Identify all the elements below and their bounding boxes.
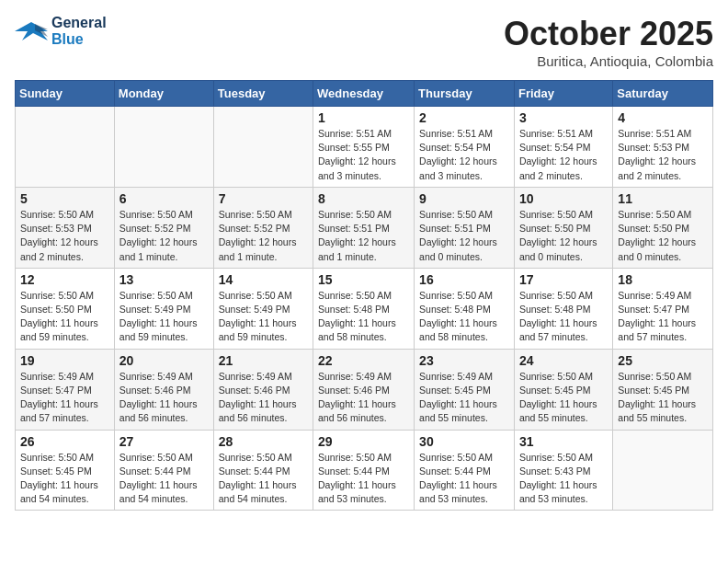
day-number: 9: [419, 191, 509, 206]
day-info: Sunrise: 5:51 AM Sunset: 5:54 PM Dayligh…: [519, 127, 608, 183]
weekday-header: Tuesday: [213, 81, 313, 107]
day-info: Sunrise: 5:50 AM Sunset: 5:44 PM Dayligh…: [219, 451, 308, 507]
weekday-row: SundayMondayTuesdayWednesdayThursdayFrid…: [16, 81, 713, 107]
day-info: Sunrise: 5:49 AM Sunset: 5:45 PM Dayligh…: [419, 370, 509, 426]
calendar-cell: 15Sunrise: 5:50 AM Sunset: 5:48 PM Dayli…: [313, 268, 415, 349]
day-number: 22: [318, 353, 409, 368]
calendar-week-row: 1Sunrise: 5:51 AM Sunset: 5:55 PM Daylig…: [16, 107, 713, 188]
day-info: Sunrise: 5:49 AM Sunset: 5:47 PM Dayligh…: [618, 289, 708, 345]
calendar-cell: [213, 107, 313, 188]
calendar-cell: [16, 107, 115, 188]
day-info: Sunrise: 5:50 AM Sunset: 5:53 PM Dayligh…: [20, 208, 109, 264]
calendar-cell: 16Sunrise: 5:50 AM Sunset: 5:48 PM Dayli…: [415, 268, 515, 349]
day-number: 10: [519, 191, 608, 206]
calendar-header: SundayMondayTuesdayWednesdayThursdayFrid…: [16, 81, 713, 107]
day-info: Sunrise: 5:50 AM Sunset: 5:45 PM Dayligh…: [618, 370, 708, 426]
calendar-cell: 3Sunrise: 5:51 AM Sunset: 5:54 PM Daylig…: [514, 107, 612, 188]
day-number: 23: [419, 353, 509, 368]
calendar-cell: 5Sunrise: 5:50 AM Sunset: 5:53 PM Daylig…: [16, 187, 115, 268]
day-info: Sunrise: 5:50 AM Sunset: 5:48 PM Dayligh…: [519, 289, 608, 345]
calendar-week-row: 5Sunrise: 5:50 AM Sunset: 5:53 PM Daylig…: [16, 187, 713, 268]
calendar-cell: 18Sunrise: 5:49 AM Sunset: 5:47 PM Dayli…: [613, 268, 713, 349]
calendar-cell: 2Sunrise: 5:51 AM Sunset: 5:54 PM Daylig…: [415, 107, 515, 188]
month-title: October 2025: [504, 15, 713, 53]
day-info: Sunrise: 5:50 AM Sunset: 5:45 PM Dayligh…: [519, 370, 608, 426]
calendar-cell: 8Sunrise: 5:50 AM Sunset: 5:51 PM Daylig…: [313, 187, 415, 268]
calendar-cell: 7Sunrise: 5:50 AM Sunset: 5:52 PM Daylig…: [213, 187, 313, 268]
calendar-cell: 29Sunrise: 5:50 AM Sunset: 5:44 PM Dayli…: [313, 430, 415, 511]
calendar-cell: 9Sunrise: 5:50 AM Sunset: 5:51 PM Daylig…: [415, 187, 515, 268]
calendar-cell: 31Sunrise: 5:50 AM Sunset: 5:43 PM Dayli…: [514, 430, 612, 511]
day-info: Sunrise: 5:49 AM Sunset: 5:47 PM Dayligh…: [20, 370, 109, 426]
day-number: 5: [20, 191, 109, 206]
calendar-cell: 22Sunrise: 5:49 AM Sunset: 5:46 PM Dayli…: [313, 349, 415, 430]
day-info: Sunrise: 5:50 AM Sunset: 5:44 PM Dayligh…: [318, 451, 409, 507]
weekday-header: Friday: [514, 81, 612, 107]
day-number: 20: [119, 353, 209, 368]
calendar-cell: 30Sunrise: 5:50 AM Sunset: 5:44 PM Dayli…: [415, 430, 515, 511]
day-number: 19: [20, 353, 109, 368]
calendar-week-row: 19Sunrise: 5:49 AM Sunset: 5:47 PM Dayli…: [16, 349, 713, 430]
day-info: Sunrise: 5:51 AM Sunset: 5:53 PM Dayligh…: [618, 127, 708, 183]
day-info: Sunrise: 5:50 AM Sunset: 5:45 PM Dayligh…: [20, 451, 109, 507]
day-number: 13: [119, 272, 209, 287]
day-number: 29: [318, 434, 409, 449]
day-number: 31: [519, 434, 608, 449]
day-number: 27: [119, 434, 209, 449]
day-number: 21: [219, 353, 308, 368]
calendar-cell: 23Sunrise: 5:49 AM Sunset: 5:45 PM Dayli…: [415, 349, 515, 430]
day-info: Sunrise: 5:50 AM Sunset: 5:51 PM Dayligh…: [419, 208, 509, 264]
day-number: 6: [119, 191, 209, 206]
day-info: Sunrise: 5:50 AM Sunset: 5:48 PM Dayligh…: [318, 289, 409, 345]
logo-blue-text: Blue: [51, 31, 107, 48]
calendar-cell: 26Sunrise: 5:50 AM Sunset: 5:45 PM Dayli…: [16, 430, 115, 511]
day-number: 24: [519, 353, 608, 368]
day-info: Sunrise: 5:50 AM Sunset: 5:48 PM Dayligh…: [419, 289, 509, 345]
calendar-cell: 11Sunrise: 5:50 AM Sunset: 5:50 PM Dayli…: [613, 187, 713, 268]
day-info: Sunrise: 5:50 AM Sunset: 5:44 PM Dayligh…: [419, 451, 509, 507]
calendar-cell: 14Sunrise: 5:50 AM Sunset: 5:49 PM Dayli…: [213, 268, 313, 349]
day-number: 28: [219, 434, 308, 449]
day-info: Sunrise: 5:51 AM Sunset: 5:54 PM Dayligh…: [419, 127, 509, 183]
day-number: 26: [20, 434, 109, 449]
weekday-header: Thursday: [415, 81, 515, 107]
calendar-cell: 10Sunrise: 5:50 AM Sunset: 5:50 PM Dayli…: [514, 187, 612, 268]
calendar-cell: 6Sunrise: 5:50 AM Sunset: 5:52 PM Daylig…: [114, 187, 213, 268]
calendar-cell: 1Sunrise: 5:51 AM Sunset: 5:55 PM Daylig…: [313, 107, 415, 188]
calendar-cell: 21Sunrise: 5:49 AM Sunset: 5:46 PM Dayli…: [213, 349, 313, 430]
day-number: 8: [318, 191, 409, 206]
day-info: Sunrise: 5:50 AM Sunset: 5:52 PM Dayligh…: [219, 208, 308, 264]
day-info: Sunrise: 5:50 AM Sunset: 5:51 PM Dayligh…: [318, 208, 409, 264]
day-info: Sunrise: 5:50 AM Sunset: 5:44 PM Dayligh…: [119, 451, 209, 507]
day-info: Sunrise: 5:49 AM Sunset: 5:46 PM Dayligh…: [318, 370, 409, 426]
day-number: 16: [419, 272, 509, 287]
calendar-cell: 20Sunrise: 5:49 AM Sunset: 5:46 PM Dayli…: [114, 349, 213, 430]
weekday-header: Saturday: [613, 81, 713, 107]
header: General Blue October 2025 Buritica, Anti…: [15, 15, 713, 69]
day-number: 25: [618, 353, 708, 368]
calendar-week-row: 12Sunrise: 5:50 AM Sunset: 5:50 PM Dayli…: [16, 268, 713, 349]
day-number: 7: [219, 191, 308, 206]
day-info: Sunrise: 5:50 AM Sunset: 5:49 PM Dayligh…: [219, 289, 308, 345]
logo-icon: [15, 18, 48, 44]
day-number: 30: [419, 434, 509, 449]
calendar-table: SundayMondayTuesdayWednesdayThursdayFrid…: [15, 80, 713, 511]
day-info: Sunrise: 5:50 AM Sunset: 5:50 PM Dayligh…: [20, 289, 109, 345]
day-number: 14: [219, 272, 308, 287]
day-number: 11: [618, 191, 708, 206]
day-info: Sunrise: 5:50 AM Sunset: 5:43 PM Dayligh…: [519, 451, 608, 507]
calendar-cell: 24Sunrise: 5:50 AM Sunset: 5:45 PM Dayli…: [514, 349, 612, 430]
day-info: Sunrise: 5:50 AM Sunset: 5:52 PM Dayligh…: [119, 208, 209, 264]
day-info: Sunrise: 5:49 AM Sunset: 5:46 PM Dayligh…: [119, 370, 209, 426]
location: Buritica, Antioquia, Colombia: [504, 53, 713, 69]
logo-general-text: General: [51, 15, 107, 31]
day-info: Sunrise: 5:50 AM Sunset: 5:49 PM Dayligh…: [119, 289, 209, 345]
calendar-cell: 25Sunrise: 5:50 AM Sunset: 5:45 PM Dayli…: [613, 349, 713, 430]
day-number: 4: [618, 110, 708, 125]
day-number: 17: [519, 272, 608, 287]
calendar-cell: 27Sunrise: 5:50 AM Sunset: 5:44 PM Dayli…: [114, 430, 213, 511]
day-info: Sunrise: 5:50 AM Sunset: 5:50 PM Dayligh…: [618, 208, 708, 264]
logo: General Blue: [15, 15, 107, 47]
day-number: 18: [618, 272, 708, 287]
calendar-cell: 17Sunrise: 5:50 AM Sunset: 5:48 PM Dayli…: [514, 268, 612, 349]
